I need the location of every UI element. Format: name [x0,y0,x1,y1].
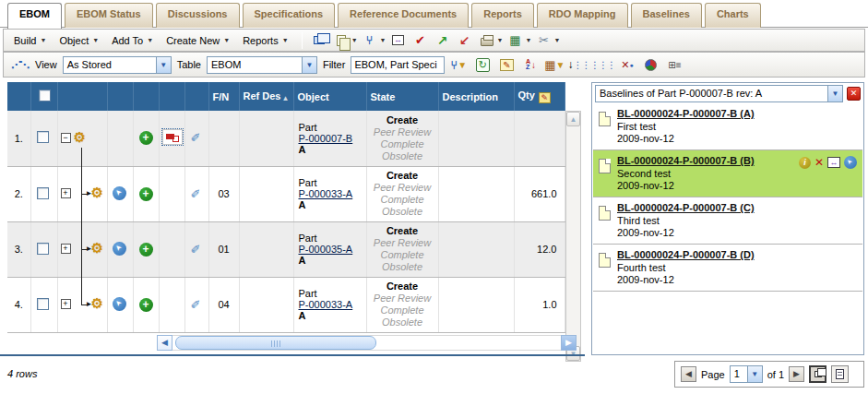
part-gear-icon[interactable]: ⚙ [74,129,86,146]
chevron-down-icon[interactable]: ▼ [497,37,504,43]
scroll-left-button[interactable]: ◀ [157,335,172,351]
tab-ebom[interactable]: EBOM [7,3,62,29]
load-baseline-icon[interactable]: ➤ [844,156,857,169]
collapse-toggle[interactable]: − [61,133,71,143]
row-checkbox[interactable] [37,298,49,310]
menu-object[interactable]: Object▼ [54,33,105,48]
tab-charts[interactable]: Charts [705,3,761,28]
header-fn[interactable]: F/N [208,82,239,111]
edit-relationship-icon[interactable]: ✐ [191,298,201,312]
chart-pie-icon[interactable] [640,55,660,74]
next-page-button[interactable]: ▶ [789,366,804,382]
view-select[interactable]: As Stored▼ [63,56,172,74]
edit-relationship-icon[interactable]: ✐ [191,131,201,145]
add-child-icon[interactable]: + [139,298,153,312]
edit-relationship-icon[interactable]: ✐ [191,187,201,201]
expand-toggle[interactable]: + [61,244,71,254]
tab-discussions[interactable]: Discussions [156,3,240,28]
structure-navigate-icon[interactable]: ⑂ [360,31,380,50]
export-table-icon[interactable]: ▦ [505,31,525,50]
tab-baselines[interactable]: Baselines [631,3,702,28]
replace-icon[interactable]: ➤ [113,297,126,311]
cascade-windows-icon[interactable] [309,31,329,50]
indent-structure-icon[interactable]: ⋮⋮⋮ [592,55,612,74]
part-gear-icon[interactable]: ⚙ [91,295,103,312]
part-link[interactable]: P-000007-B [299,133,353,144]
baselines-select[interactable]: Baselines of Part P-000007-B rev: A▼ [595,85,843,102]
header-object[interactable]: Object [293,82,366,111]
scroll-right-button[interactable]: ▶ [561,335,577,351]
chevron-down-icon[interactable]: ▼ [525,37,531,43]
chevron-down-icon[interactable]: ▼ [380,37,386,43]
filter-input[interactable] [351,56,445,74]
baseline-link[interactable]: BL-00000024-P-000007-B (C) [617,202,755,213]
part-gear-icon[interactable]: ⚙ [91,240,103,257]
header-ref-des[interactable]: Ref Des▲ [239,82,293,111]
disconnect-icon[interactable]: ✕● [616,55,636,74]
part-link[interactable]: P-000035-A [299,244,353,255]
compare-window-icon[interactable]: ↔ [388,31,409,50]
info-icon[interactable]: i [799,157,811,169]
baseline-link[interactable]: BL-00000024-P-000007-B (D) [617,249,755,260]
row-checkbox[interactable] [37,243,49,255]
table-select[interactable]: EBOM▼ [207,56,317,74]
remove-filter-icon[interactable]: ▦▼ [544,55,565,74]
refresh-icon[interactable]: ↻ [472,55,493,74]
replace-icon[interactable]: ➤ [113,242,126,256]
menu-reports[interactable]: Reports▼ [238,33,294,48]
previous-page-button[interactable]: ◀ [681,366,696,382]
mass-edit-icon[interactable]: ✎ [539,92,551,103]
row-checkbox[interactable] [37,131,49,143]
approve-check-icon[interactable]: ✔ [410,31,431,50]
tools-icon[interactable]: ✂ [533,31,553,50]
chevron-down-icon[interactable]: ▼ [351,37,358,43]
page-select[interactable]: 1▼ [730,365,763,383]
part-gear-icon[interactable]: ⚙ [91,185,103,201]
scroll-up-button[interactable]: ▲ [566,112,580,126]
tab-rdo-mapping[interactable]: RDO Mapping [537,3,628,28]
delete-icon[interactable]: ✕ [814,156,824,169]
sort-structure-icon[interactable]: ↓⋮⋮ [568,55,589,74]
menu-build[interactable]: Build▼ [9,33,53,48]
baseline-link[interactable]: BL-00000024-P-000007-B (A) [617,108,755,119]
add-child-icon[interactable]: + [139,187,153,201]
chevron-down-icon[interactable]: ▼ [553,37,560,43]
baseline-link[interactable]: BL-00000024-P-000007-B (B) [617,155,755,166]
tab-ebom-status[interactable]: EBOM Status [65,3,153,28]
select-all-checkbox[interactable] [39,90,51,101]
expand-toggle[interactable]: + [61,299,71,309]
edit-relationship-icon[interactable]: ✐ [191,243,201,257]
edit-table-icon[interactable]: ✎ [496,55,517,74]
compare-window-icon[interactable]: ↔ [827,157,840,168]
header-state[interactable]: State [366,82,438,111]
row-checkbox[interactable] [37,187,49,199]
single-page-view-toggle[interactable] [831,365,849,383]
expand-toggle[interactable]: + [61,188,71,198]
add-child-icon[interactable]: + [139,243,153,257]
vertical-scrollbar[interactable]: ▲ ▼ [565,111,581,362]
maximize-view-icon[interactable]: ⋰⋱ [9,55,30,74]
expand-levels-icon[interactable]: ⊞≡ [664,55,684,74]
tab-reports[interactable]: Reports [471,3,534,28]
horizontal-scrollbar[interactable]: ◀ ▶ [157,335,577,351]
sort-az-icon[interactable]: AZ↓ [520,55,541,74]
copy-icon[interactable] [331,31,351,50]
header-description[interactable]: Description [438,82,514,111]
add-child-icon[interactable]: + [139,131,153,145]
menu-add-to[interactable]: Add To▼ [107,33,160,48]
header-qty[interactable]: Qty✎ [514,82,565,111]
filter-structure-icon[interactable]: ⑂▼ [448,55,469,74]
tab-reference-documents[interactable]: Reference Documents [338,3,469,28]
promote-arrow-icon[interactable]: ↗ [433,31,453,50]
scrollbar-track[interactable] [172,335,561,351]
scrollbar-thumb[interactable] [175,336,376,350]
replace-icon[interactable]: ➤ [113,186,126,200]
part-link[interactable]: P-000033-A [299,188,353,199]
multi-page-view-toggle[interactable] [809,365,826,383]
image-thumbnail-icon[interactable] [162,129,183,145]
print-icon[interactable] [477,31,497,50]
close-panel-icon[interactable]: ✕ [847,87,861,101]
demote-arrow-icon[interactable]: ↙ [455,31,475,50]
part-link[interactable]: P-000033-A [299,299,353,310]
tab-specifications[interactable]: Specifications [243,3,336,28]
